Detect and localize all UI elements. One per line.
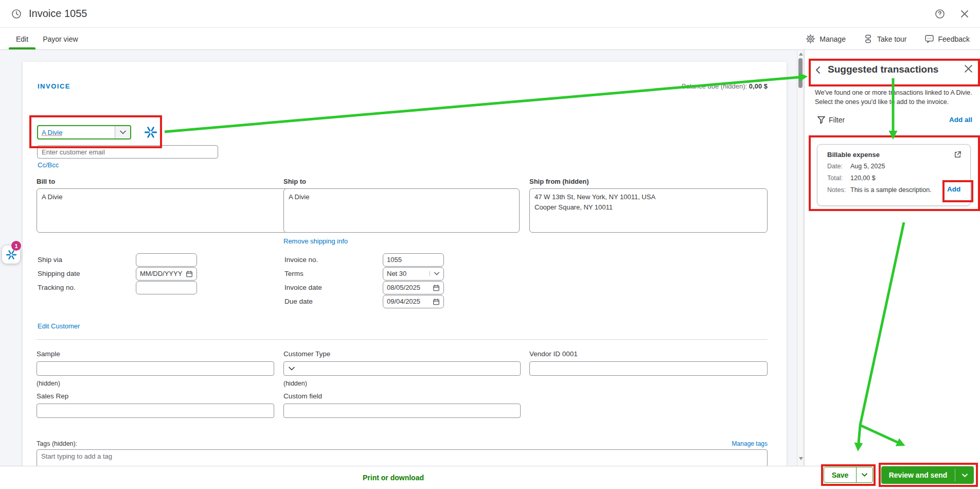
suggestion-card: Billable expense Date: Aug 5, 2025 Total… (817, 144, 971, 206)
invoice-date-input[interactable]: 08/05/2025 (383, 281, 444, 294)
suggestion-title: Billable expense (827, 151, 880, 159)
manage-button[interactable]: Manage (806, 34, 846, 44)
invoice-date-row: Invoice date 08/05/2025 (284, 281, 444, 294)
custom-field-input[interactable] (283, 404, 521, 418)
take-tour-button[interactable]: Take tour (863, 34, 907, 44)
calendar-icon[interactable] (433, 298, 440, 305)
sales-rep-block: Sales Rep (37, 392, 274, 418)
tab-payor-view[interactable]: Payor view (35, 28, 85, 49)
ship-to-textarea[interactable]: A Divie (283, 188, 520, 233)
open-transaction-icon[interactable] (953, 150, 962, 159)
panel-title: Suggested transactions (828, 64, 938, 75)
due-date-input[interactable]: 09/04/2025 (383, 295, 444, 308)
sample-block: Sample (hidden) (37, 350, 274, 387)
help-icon[interactable] (935, 9, 945, 19)
customer-dropdown-toggle[interactable] (115, 126, 130, 138)
edit-customer-link[interactable]: Edit Customer (38, 322, 80, 330)
scrollbar-up-arrow[interactable] (799, 53, 803, 56)
ccbcc-link[interactable]: Cc/Bcc (38, 161, 59, 169)
scrollbar-thumb[interactable] (798, 58, 803, 88)
tab-bar: Edit Payor view Manage Take tour Feedbac… (0, 28, 980, 50)
shipping-date-input[interactable]: MM/DD/YYYY (136, 267, 197, 281)
tour-route-icon (863, 34, 873, 44)
invoice-form-card: INVOICE Balance due (hidden): 0,00 $ A D… (23, 62, 787, 466)
autofill-sparkle-button[interactable] (143, 125, 158, 139)
calendar-icon[interactable] (433, 284, 440, 291)
add-transaction-link[interactable]: Add (947, 185, 960, 193)
page-title: Invoice 1055 (29, 8, 87, 20)
ship-to-block: Ship to A Divie Remove shipping info (283, 178, 520, 245)
sample-input[interactable] (37, 361, 274, 376)
due-date-row: Due date 09/04/2025 (284, 294, 444, 308)
ship-via-row: Ship via (38, 253, 197, 267)
save-button[interactable]: Save (824, 467, 873, 483)
customer-value: A Divie (38, 126, 115, 138)
gear-icon (806, 34, 815, 44)
customer-dropdown[interactable]: A Divie (37, 125, 131, 139)
chevron-down-icon (119, 130, 127, 135)
review-send-label: Review and send (881, 466, 955, 484)
panel-description: We've found one or more transactions lin… (815, 88, 974, 107)
close-icon (964, 64, 973, 73)
tags-input[interactable]: Start typing to add a tag (37, 449, 768, 466)
hidden-note: (hidden) (283, 380, 521, 387)
vertical-scrollbar[interactable] (797, 50, 804, 489)
chevron-down-icon (861, 473, 868, 477)
sales-rep-input[interactable] (37, 404, 274, 418)
feedback-bubble-icon (924, 34, 934, 44)
scrollbar-down-arrow[interactable] (799, 457, 803, 460)
panel-close-button[interactable] (964, 64, 973, 73)
form-divider (37, 339, 768, 340)
save-dropdown-toggle[interactable] (857, 467, 872, 482)
sparkle-icon (145, 126, 157, 138)
ship-via-input[interactable] (136, 253, 197, 267)
chevron-down-icon (961, 473, 968, 478)
customer-type-select[interactable] (283, 361, 521, 376)
terms-select[interactable]: Net 30 (383, 267, 444, 281)
hidden-note: (hidden) (37, 380, 274, 387)
history-icon (11, 9, 22, 19)
chevron-down-icon (288, 366, 295, 371)
customer-type-block: Customer Type (hidden) (283, 350, 521, 387)
add-all-link[interactable]: Add all (949, 116, 972, 124)
card-date-row: Date: Aug 5, 2025 (827, 163, 885, 170)
balance-due-amount: 0,00 $ (749, 82, 768, 90)
card-total-row: Total: 120,00 $ (827, 174, 876, 182)
review-send-button[interactable]: Review and send (881, 466, 974, 484)
top-bar: Invoice 1055 (0, 0, 980, 28)
suggested-transactions-panel: Suggested transactions We've found one o… (804, 50, 980, 489)
ship-to-label: Ship to (283, 178, 520, 185)
save-button-label: Save (824, 467, 856, 482)
invoice-doc-label: INVOICE (38, 82, 70, 90)
balance-due: Balance due (hidden): 0,00 $ (682, 82, 768, 90)
assistant-badge: 1 (11, 241, 21, 251)
tracking-no-input[interactable] (136, 281, 197, 294)
calendar-icon[interactable] (186, 270, 193, 277)
ship-from-block: Ship from (hidden) 47 W 13th St, New Yor… (529, 178, 768, 233)
chevron-down-icon (430, 271, 440, 276)
invoice-no-row: Invoice no. 1055 (284, 253, 444, 267)
close-icon[interactable] (960, 10, 969, 18)
terms-row: Terms Net 30 (284, 267, 444, 281)
shipping-date-row: Shipping date MM/DD/YYYY (38, 267, 197, 281)
tab-edit[interactable]: Edit (9, 28, 35, 49)
remove-shipping-link[interactable]: Remove shipping info (283, 237, 348, 245)
manage-tags-link[interactable]: Manage tags (732, 440, 768, 447)
card-notes-row: Notes: This is a sample description. (827, 186, 932, 194)
panel-back-icon[interactable] (814, 65, 823, 75)
customer-email-field[interactable]: Enter customer email (37, 145, 218, 159)
custom-field-block: Custom field (283, 392, 521, 418)
sparkle-icon (6, 250, 16, 260)
invoice-no-input[interactable]: 1055 (383, 253, 444, 267)
filter-funnel-icon (817, 115, 826, 124)
ship-from-label: Ship from (hidden) (529, 178, 768, 185)
feedback-button[interactable]: Feedback (924, 34, 970, 44)
tracking-no-row: Tracking no. (38, 281, 197, 294)
ship-from-textarea[interactable]: 47 W 13th St, New York, NY 10011, USA Co… (529, 188, 768, 233)
print-download-link[interactable]: Print or download (0, 466, 787, 489)
vendor-id-block: Vendor ID 0001 (529, 350, 768, 376)
review-dropdown-toggle[interactable] (955, 466, 974, 484)
filter-button[interactable]: Filter (817, 115, 845, 124)
vendor-id-input[interactable] (529, 361, 768, 376)
tags-label: Tags (hidden): (37, 440, 77, 447)
